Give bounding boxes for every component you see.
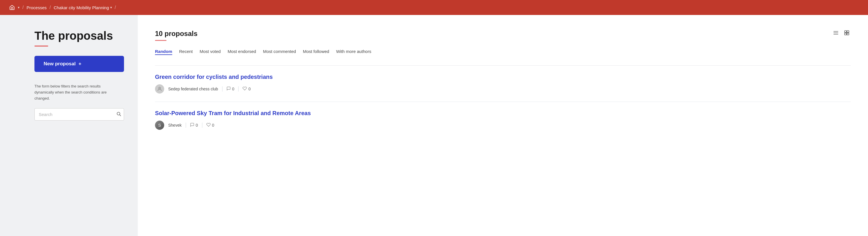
home-chevron-icon[interactable]: ▾ [18,5,20,9]
sort-tab-most-followed[interactable]: Most followed [303,49,329,55]
new-proposal-label: New proposal [43,61,75,67]
search-box [34,108,124,121]
comment-icon-1 [226,86,231,91]
sort-tab-random[interactable]: Random [155,49,172,55]
proposal-title-2[interactable]: Solar-Powered Sky Tram for Industrial an… [155,110,851,116]
sort-tab-most-commented[interactable]: Most commented [263,49,296,55]
svg-rect-8 [847,33,849,35]
grid-view-button[interactable] [843,29,851,38]
page-title: The proposals [34,29,124,43]
new-proposal-plus-icon: + [79,61,81,67]
avatar-1 [155,84,164,94]
comment-icon-2 [190,123,194,128]
endorse-count-1: 0 [248,87,251,91]
comments-stat-2: 0 [190,123,198,128]
author-name-1: Sedep federated chess club [168,87,218,91]
comments-stat-1: 0 [226,86,235,91]
svg-point-9 [159,87,160,89]
endorsements-stat-1: 0 [243,86,251,91]
endorse-icon-2 [206,123,211,128]
content-area: 10 proposals [138,15,868,236]
proposal-meta-2: S Shevek 0 [155,121,851,130]
breadcrumb-sep-3: / [115,5,116,10]
project-chevron-icon: ▾ [110,5,112,9]
processes-link[interactable]: Processes [26,5,46,10]
proposal-title-1[interactable]: Green corridor for cyclists and pedestri… [155,74,851,80]
proposals-header: 10 proposals [155,29,851,38]
view-toggle [832,29,851,38]
filter-description: The form below filters the search result… [34,83,121,101]
meta-divider-2b [202,123,203,128]
svg-rect-5 [845,31,847,33]
comment-count-2: 0 [196,123,198,128]
breadcrumb-sep-1: / [22,5,24,10]
home-icon[interactable] [9,5,15,10]
svg-rect-7 [845,33,847,35]
new-proposal-button[interactable]: New proposal + [34,56,124,72]
top-nav: ▾ / Processes / Chakar city Mobility Pla… [0,0,868,15]
endorsements-stat-2: 0 [206,123,214,128]
endorse-icon-1 [243,86,247,91]
breadcrumb-sep-2: / [50,5,51,10]
title-underline [34,46,48,47]
endorse-count-2: 0 [212,123,214,128]
avatar-2: S [155,121,164,130]
proposal-meta-1: Sedep federated chess club 0 [155,84,851,94]
main-layout: The proposals New proposal + The form be… [0,15,868,236]
project-link[interactable]: Chakar city Mobility Planning [54,5,109,10]
proposal-card-2: Solar-Powered Sky Tram for Industrial an… [155,102,851,138]
sort-tab-more-authors[interactable]: With more authors [336,49,371,55]
sort-tab-most-voted[interactable]: Most voted [200,49,221,55]
sort-tab-recent[interactable]: Recent [179,49,193,55]
list-view-button[interactable] [832,29,840,38]
author-name-2: Shevek [168,123,182,128]
svg-line-1 [120,115,121,116]
meta-divider-1a [222,86,222,91]
search-input[interactable] [34,108,124,121]
meta-divider-1b [238,86,239,91]
proposals-count: 10 proposals [155,30,197,38]
comment-count-1: 0 [232,87,235,91]
proposal-card-1: Green corridor for cyclists and pedestri… [155,65,851,102]
project-nav-item[interactable]: Chakar city Mobility Planning ▾ [54,5,112,10]
count-underline [155,40,166,41]
sort-tab-most-endorsed[interactable]: Most endorsed [228,49,256,55]
search-button[interactable] [116,111,121,118]
sort-tabs: Random Recent Most voted Most endorsed M… [155,49,851,55]
meta-divider-2a [186,123,186,128]
svg-rect-6 [847,31,849,33]
sidebar: The proposals New proposal + The form be… [0,15,138,236]
